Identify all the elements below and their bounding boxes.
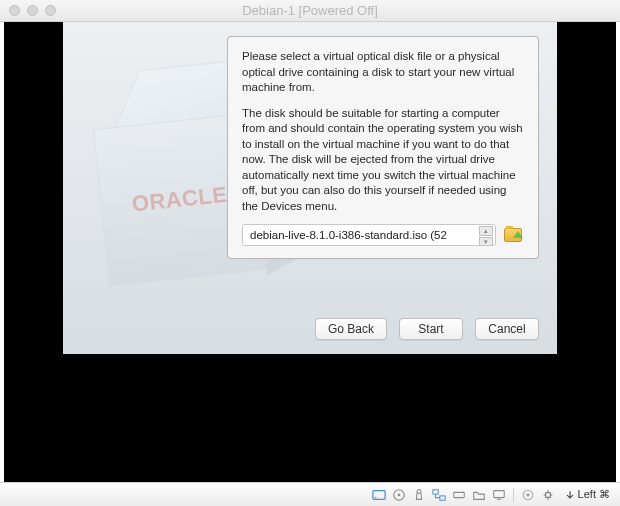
vm-display-area: ORACLE Please select a virtual optical d… bbox=[4, 22, 616, 482]
traffic-lights bbox=[0, 5, 56, 16]
stepper-up-icon[interactable]: ▴ bbox=[479, 226, 493, 236]
svg-rect-6 bbox=[439, 495, 444, 499]
select-stepper[interactable]: ▴ ▾ bbox=[479, 226, 493, 244]
host-key-label: Left ⌘ bbox=[578, 488, 610, 501]
hard-disk-icon[interactable] bbox=[371, 487, 387, 503]
startup-disk-dialog: Please select a virtual optical disk fil… bbox=[227, 36, 539, 259]
mouse-integration-icon[interactable] bbox=[540, 487, 556, 503]
statusbar-divider bbox=[513, 488, 514, 502]
svg-rect-8 bbox=[493, 490, 504, 497]
folder-open-icon bbox=[504, 228, 522, 242]
network-icon[interactable] bbox=[431, 487, 447, 503]
stepper-down-icon[interactable]: ▾ bbox=[479, 237, 493, 246]
svg-point-3 bbox=[397, 493, 400, 496]
dialog-para-1: Please select a virtual optical disk fil… bbox=[242, 49, 524, 96]
arrow-down-icon bbox=[564, 489, 576, 501]
display-icon[interactable] bbox=[491, 487, 507, 503]
start-button[interactable]: Start bbox=[399, 318, 463, 340]
window-titlebar: Debian-1 [Powered Off] bbox=[0, 0, 620, 22]
dialog-button-row: Go Back Start Cancel bbox=[315, 318, 539, 340]
window-title: Debian-1 [Powered Off] bbox=[0, 3, 620, 18]
browse-disk-button[interactable] bbox=[502, 225, 524, 245]
host-key-indicator[interactable]: Left ⌘ bbox=[560, 488, 614, 501]
close-window-button[interactable] bbox=[9, 5, 20, 16]
svg-rect-7 bbox=[453, 492, 464, 497]
minimize-window-button[interactable] bbox=[27, 5, 38, 16]
usb-icon[interactable] bbox=[451, 487, 467, 503]
cancel-button[interactable]: Cancel bbox=[475, 318, 539, 340]
optical-disk-icon[interactable] bbox=[391, 487, 407, 503]
dialog-para-2: The disk should be suitable for starting… bbox=[242, 106, 524, 215]
optical-disk-select-value: debian-live-8.1.0-i386-standard.iso (52 bbox=[250, 229, 479, 241]
svg-rect-12 bbox=[545, 492, 549, 496]
shared-folder-icon[interactable] bbox=[471, 487, 487, 503]
zoom-window-button[interactable] bbox=[45, 5, 56, 16]
oracle-logo-text: ORACLE bbox=[131, 182, 229, 218]
svg-point-4 bbox=[417, 489, 421, 493]
optical-disk-select[interactable]: debian-live-8.1.0-i386-standard.iso (52 … bbox=[242, 224, 496, 246]
vm-status-bar: Left ⌘ bbox=[0, 482, 620, 506]
audio-icon[interactable] bbox=[411, 487, 427, 503]
svg-rect-5 bbox=[432, 489, 437, 493]
svg-point-11 bbox=[526, 493, 530, 497]
go-back-button[interactable]: Go Back bbox=[315, 318, 387, 340]
recording-icon[interactable] bbox=[520, 487, 536, 503]
wizard-panel: ORACLE Please select a virtual optical d… bbox=[63, 22, 557, 354]
